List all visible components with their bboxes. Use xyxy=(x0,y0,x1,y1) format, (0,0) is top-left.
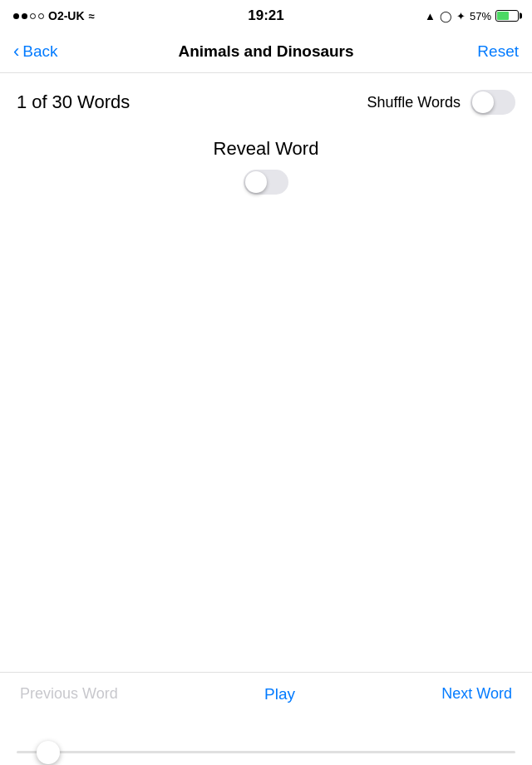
nav-bar: ‹ Back Animals and Dinosaurs Reset xyxy=(0,30,532,73)
location-icon: ▲ xyxy=(425,10,436,22)
next-word-button[interactable]: Next Word xyxy=(441,685,512,703)
status-bar: O2-UK ≈ 19:21 ▲ ◯ ✦ 57% xyxy=(0,0,532,30)
status-time: 19:21 xyxy=(248,7,283,24)
status-left: O2-UK ≈ xyxy=(13,9,95,22)
chevron-left-icon: ‹ xyxy=(13,42,19,61)
signal-icon xyxy=(13,13,44,19)
main-content: 1 of 30 Words Shuffle Words Reveal Word xyxy=(0,73,532,195)
slider-thumb[interactable] xyxy=(37,741,60,764)
total-word-count: 30 xyxy=(52,91,72,113)
wifi-icon: ≈ xyxy=(89,10,95,22)
page-title: Animals and Dinosaurs xyxy=(178,42,353,61)
current-word-number: 1 xyxy=(17,91,27,113)
shuffle-toggle[interactable] xyxy=(470,90,515,115)
back-button[interactable]: ‹ Back xyxy=(13,42,58,61)
shuffle-section: Shuffle Words xyxy=(367,90,515,115)
reveal-section: Reveal Word xyxy=(17,138,515,195)
reveal-label: Reveal Word xyxy=(214,138,319,160)
bluetooth-icon: ✦ xyxy=(456,10,466,22)
back-label: Back xyxy=(22,42,57,61)
slider-container xyxy=(0,751,532,753)
word-counter-row: 1 of 30 Words Shuffle Words xyxy=(17,90,515,115)
previous-word-button: Previous Word xyxy=(20,685,118,703)
counter-separator: of xyxy=(32,91,47,113)
shuffle-label: Shuffle Words xyxy=(367,94,461,111)
word-count: 1 of 30 Words xyxy=(17,91,130,113)
reset-button[interactable]: Reset xyxy=(477,42,519,61)
status-right: ▲ ◯ ✦ 57% xyxy=(425,10,519,22)
battery-percent: 57% xyxy=(470,10,491,22)
play-button[interactable]: Play xyxy=(264,685,295,703)
reveal-toggle[interactable] xyxy=(244,170,288,195)
shuffle-toggle-knob xyxy=(472,91,494,113)
reveal-toggle-knob xyxy=(245,171,267,193)
counter-unit: Words xyxy=(77,91,130,113)
battery-icon xyxy=(495,10,519,22)
bottom-bar: Previous Word Play Next Word xyxy=(0,672,532,715)
slider-track[interactable] xyxy=(17,751,515,753)
alarm-icon: ◯ xyxy=(440,10,452,22)
carrier-label: O2-UK xyxy=(48,9,85,22)
